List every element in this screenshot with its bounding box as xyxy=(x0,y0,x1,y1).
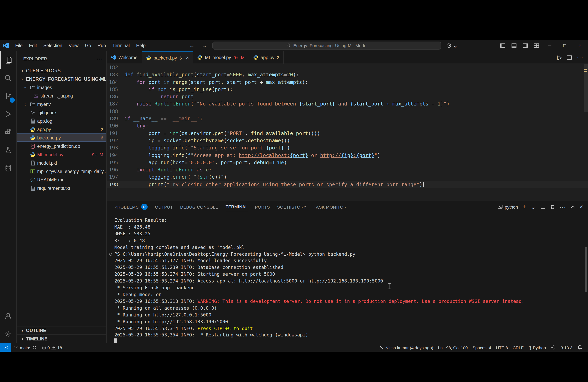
workspace-root-section[interactable]: › ENERGY_FORECASTING_USING-ML-M... xyxy=(17,75,106,83)
tree-item-backend-py[interactable]: backend.py6 xyxy=(17,134,106,142)
tree-item-readme-md[interactable]: README.md xyxy=(17,175,106,184)
remote-indicator[interactable]: >< xyxy=(0,343,11,352)
tab-app-py[interactable]: app.py2 xyxy=(249,51,284,63)
toggle-secondary-sidebar-icon[interactable] xyxy=(534,42,539,48)
activity-manage[interactable] xyxy=(0,325,17,343)
code-editor[interactable]: 182183def find_available_port(start_port… xyxy=(107,64,588,201)
terminal-output[interactable]: Evaluation Results:MAE : 426.48RMSE : 53… xyxy=(107,212,588,343)
code-line[interactable]: 185 if not is_port_in_use(port): xyxy=(107,86,588,93)
copilot-menu-button[interactable]: ⌄ xyxy=(446,41,458,49)
tree-item-streamlit_ui-png[interactable]: streamlit_ui.png xyxy=(17,92,106,100)
code-line[interactable]: 192 ip = socket.gethostbyname(socket.get… xyxy=(107,137,588,144)
toggle-panel-icon[interactable] xyxy=(522,42,528,48)
code-line[interactable]: 195 app.run(host='0.0.0.0', port=port, d… xyxy=(107,159,588,166)
back-button[interactable]: ← xyxy=(188,42,196,48)
problems-item[interactable]: 0 18 xyxy=(39,343,64,352)
activity-testing[interactable] xyxy=(0,141,17,159)
menu-run[interactable]: Run xyxy=(94,42,109,49)
activity-search[interactable] xyxy=(0,69,17,87)
code-line[interactable]: 194 logging.info(f"Access app at: http:/… xyxy=(107,152,588,159)
code-line[interactable]: 188 xyxy=(107,108,588,115)
menu-go[interactable]: Go xyxy=(82,42,94,49)
encoding-item[interactable]: UTF-8 xyxy=(494,343,510,352)
toggle-sidebar-icon[interactable] xyxy=(511,42,517,48)
terminal-dropdown-icon[interactable]: ⌄ xyxy=(531,203,536,210)
menu-view[interactable]: View xyxy=(65,42,82,49)
git-branch-item[interactable]: main* xyxy=(11,343,39,352)
panel-tab-problems[interactable]: PROBLEMS18 xyxy=(114,201,148,212)
tree-item-myenv[interactable]: ›myenv xyxy=(17,100,106,108)
panel-tab-task-monitor[interactable]: TASK MONITOR xyxy=(314,201,347,212)
menu-terminal[interactable]: Terminal xyxy=(109,42,133,49)
terminal-shell-chip[interactable]: python xyxy=(498,204,518,209)
panel-tab-output[interactable]: OUTPUT xyxy=(155,201,173,212)
maximize-button[interactable]: □ xyxy=(560,42,570,48)
customize-layout-icon[interactable] xyxy=(500,42,505,48)
panel-tab-sql-history[interactable]: SQL HISTORY xyxy=(277,201,306,212)
close-panel-icon[interactable]: × xyxy=(579,203,583,210)
eol-item[interactable]: CRLF xyxy=(510,343,526,352)
blame-item[interactable]: Nitish kumar (4 days ago) xyxy=(377,343,436,352)
activity-extensions[interactable] xyxy=(0,123,17,141)
code-line[interactable]: 183def find_available_port(start_port=50… xyxy=(107,71,588,79)
code-line[interactable]: 191 port = int(os.environ.get("PORT", fi… xyxy=(107,130,588,137)
sync-icon[interactable] xyxy=(32,345,37,350)
copilot-status-item[interactable] xyxy=(548,343,558,352)
tree-item-app-log[interactable]: app.log xyxy=(17,117,106,125)
code-line[interactable]: 196 except RuntimeError as e: xyxy=(107,166,588,174)
run-python-file-button[interactable]: ▷⌄ xyxy=(557,54,562,61)
tab-welcome[interactable]: Welcome xyxy=(107,51,142,63)
terminal-scrollbar[interactable] xyxy=(585,247,587,292)
new-terminal-button[interactable]: + xyxy=(522,203,526,210)
tree-item-requirements-txt[interactable]: requirements.txt xyxy=(17,184,106,192)
outline-section[interactable]: › OUTLINE xyxy=(17,326,106,334)
panel-tab-ports[interactable]: PORTS xyxy=(255,201,270,212)
menu-selection[interactable]: Selection xyxy=(40,42,66,49)
code-line[interactable]: 193 logging.info(f"Starting server on po… xyxy=(107,144,588,152)
panel-tab-terminal[interactable]: TERMINAL xyxy=(226,201,248,212)
cursor-position-item[interactable]: Ln 198, Col 100 xyxy=(436,343,470,352)
language-mode-item[interactable]: {} Python xyxy=(526,343,548,352)
split-editor-icon[interactable] xyxy=(567,55,572,60)
code-line[interactable]: 187 raise RuntimeError(f"No available po… xyxy=(107,100,588,108)
code-line[interactable]: 186 return port xyxy=(107,93,588,100)
code-line[interactable]: 197 logging.error(f"{str(e)}") xyxy=(107,174,588,181)
open-editors-section[interactable]: › OPEN EDITORS xyxy=(17,66,106,75)
minimize-button[interactable]: ─ xyxy=(545,42,554,48)
command-decoration-icon[interactable] xyxy=(109,253,112,256)
more-actions-icon[interactable]: ··· xyxy=(577,54,583,61)
tree-item-ml-model-py[interactable]: ML model.py9+, M xyxy=(17,150,106,159)
kill-terminal-icon[interactable] xyxy=(550,204,555,209)
code-line[interactable]: 182 xyxy=(107,64,588,71)
maximize-panel-icon[interactable] xyxy=(570,204,575,209)
command-center-search[interactable]: Energy_Forecasting_Using-ML-Model xyxy=(213,41,441,49)
notifications-item[interactable] xyxy=(575,343,585,352)
indentation-item[interactable]: Spaces: 4 xyxy=(470,343,493,352)
tree-item-mp_citywise_energy_temp_daily-[interactable]: mp_citywise_energy_temp_daily... xyxy=(17,167,106,175)
menu-help[interactable]: Help xyxy=(133,42,149,49)
activity-source-control[interactable]: 1 xyxy=(0,87,17,105)
code-line[interactable]: 184 for port in range(start_port, start_… xyxy=(107,78,588,86)
tree-item-images[interactable]: ›images xyxy=(17,83,106,92)
code-line[interactable]: 198 print("Try closing other application… xyxy=(107,181,588,188)
split-terminal-icon[interactable] xyxy=(540,204,546,209)
forward-button[interactable]: → xyxy=(200,42,209,48)
menu-file[interactable]: File xyxy=(12,42,26,49)
explorer-actions-button[interactable]: ··· xyxy=(97,56,102,61)
activity-run-and-debug[interactable] xyxy=(0,105,17,123)
close-icon[interactable]: × xyxy=(186,55,189,61)
tree-item--gitignore[interactable]: .gitignore xyxy=(17,108,106,117)
tree-item-energy_prediction-db[interactable]: energy_prediction.db xyxy=(17,142,106,150)
tab-backend-py[interactable]: backend.py6× xyxy=(142,51,193,64)
menu-edit[interactable]: Edit xyxy=(26,42,40,49)
tab-ml-model-py[interactable]: ML model.py9+, M xyxy=(193,51,249,63)
panel-tab-debug-console[interactable]: DEBUG CONSOLE xyxy=(180,201,218,212)
code-line[interactable]: 190 try: xyxy=(107,122,588,130)
code-line[interactable]: 189if __name__ == '__main__': xyxy=(107,115,588,122)
tree-item-app-py[interactable]: app.py2 xyxy=(17,125,106,134)
activity-accounts[interactable] xyxy=(0,307,17,325)
activity-database[interactable] xyxy=(0,159,17,177)
tree-item-model-pkl[interactable]: model.pkl xyxy=(17,159,106,167)
panel-more-actions-icon[interactable]: ··· xyxy=(559,203,566,210)
activity-explorer[interactable] xyxy=(0,51,17,69)
